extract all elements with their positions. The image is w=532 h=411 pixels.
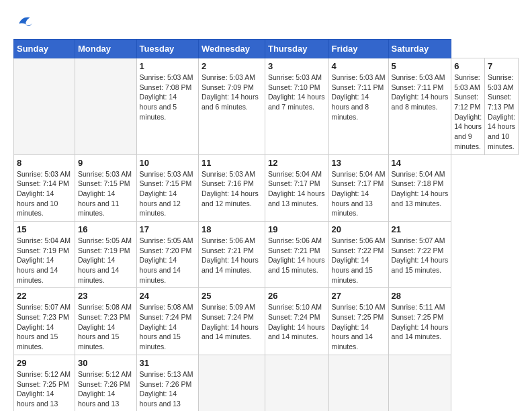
day-number: 29 [17,358,72,368]
day-number: 30 [78,358,134,368]
calendar-day-cell: 10Sunrise: 5:03 AMSunset: 7:15 PMDayligh… [136,154,198,221]
calendar-day-cell: 1Sunrise: 5:03 AMSunset: 7:08 PMDaylight… [136,58,198,155]
day-number: 22 [17,291,72,301]
empty-cell [75,58,136,155]
day-info: Sunrise: 5:09 AMSunset: 7:24 PMDaylight:… [202,302,262,342]
day-number: 9 [78,158,134,168]
day-number: 18 [202,224,262,234]
calendar-day-cell: 22Sunrise: 5:07 AMSunset: 7:23 PMDayligh… [14,288,75,355]
day-number: 31 [140,358,195,368]
calendar-table: SundayMondayTuesdayWednesdayThursdayFrid… [13,39,519,411]
day-number: 4 [332,61,386,71]
day-info: Sunrise: 5:06 AMSunset: 7:21 PMDaylight:… [268,236,326,275]
calendar-day-cell: 17Sunrise: 5:05 AMSunset: 7:20 PMDayligh… [136,221,198,287]
calendar-day-cell [388,355,451,411]
day-number: 24 [140,291,195,301]
calendar-day-cell: 2Sunrise: 5:03 AMSunset: 7:09 PMDaylight… [199,58,265,155]
day-number: 14 [392,158,449,168]
day-number: 23 [78,291,134,301]
day-number: 28 [392,291,449,301]
day-info: Sunrise: 5:12 AMSunset: 7:26 PMDaylight:… [78,369,134,411]
day-number: 5 [392,61,449,71]
empty-cell [14,58,75,155]
day-number: 25 [202,291,262,301]
calendar-day-cell: 30Sunrise: 5:12 AMSunset: 7:26 PMDayligh… [75,355,136,411]
day-info: Sunrise: 5:06 AMSunset: 7:21 PMDaylight:… [202,236,262,275]
calendar-day-cell: 11Sunrise: 5:03 AMSunset: 7:16 PMDayligh… [199,154,265,221]
column-header-thursday: Thursday [265,40,328,58]
column-header-saturday: Saturday [388,40,451,58]
calendar-day-cell: 26Sunrise: 5:10 AMSunset: 7:24 PMDayligh… [265,288,328,355]
calendar-day-cell: 4Sunrise: 5:03 AMSunset: 7:11 PMDaylight… [328,58,388,155]
day-number: 19 [268,224,326,234]
day-number: 27 [332,291,386,301]
column-header-monday: Monday [75,40,136,58]
calendar-day-cell: 18Sunrise: 5:06 AMSunset: 7:21 PMDayligh… [199,221,265,287]
day-info: Sunrise: 5:03 AMSunset: 7:15 PMDaylight:… [140,169,195,218]
day-number: 1 [140,61,195,71]
day-info: Sunrise: 5:10 AMSunset: 7:24 PMDaylight:… [268,302,326,342]
day-info: Sunrise: 5:05 AMSunset: 7:19 PMDaylight:… [78,236,134,285]
calendar-day-cell: 29Sunrise: 5:12 AMSunset: 7:25 PMDayligh… [14,355,75,411]
logo [13,13,35,34]
day-info: Sunrise: 5:04 AMSunset: 7:18 PMDaylight:… [392,169,449,209]
calendar-day-cell: 3Sunrise: 5:03 AMSunset: 7:10 PMDaylight… [265,58,328,155]
calendar-day-cell: 8Sunrise: 5:03 AMSunset: 7:14 PMDaylight… [14,154,75,221]
day-number: 20 [332,224,386,234]
day-info: Sunrise: 5:04 AMSunset: 7:19 PMDaylight:… [17,236,72,285]
day-info: Sunrise: 5:10 AMSunset: 7:25 PMDaylight:… [332,302,386,351]
day-info: Sunrise: 5:03 AMSunset: 7:14 PMDaylight:… [17,169,72,218]
day-info: Sunrise: 5:08 AMSunset: 7:23 PMDaylight:… [78,302,134,351]
day-info: Sunrise: 5:03 AMSunset: 7:16 PMDaylight:… [202,169,262,209]
calendar-day-cell: 14Sunrise: 5:04 AMSunset: 7:18 PMDayligh… [388,154,451,221]
day-info: Sunrise: 5:05 AMSunset: 7:20 PMDaylight:… [140,236,195,285]
day-number: 6 [454,61,482,71]
calendar-day-cell [199,355,265,411]
day-number: 15 [17,224,72,234]
day-number: 21 [392,224,449,234]
calendar-day-cell: 5Sunrise: 5:03 AMSunset: 7:11 PMDaylight… [388,58,451,155]
day-number: 10 [140,158,195,168]
day-info: Sunrise: 5:07 AMSunset: 7:22 PMDaylight:… [392,236,449,275]
day-info: Sunrise: 5:03 AMSunset: 7:15 PMDaylight:… [78,169,134,218]
day-info: Sunrise: 5:08 AMSunset: 7:24 PMDaylight:… [140,302,195,351]
calendar-day-cell: 12Sunrise: 5:04 AMSunset: 7:17 PMDayligh… [265,154,328,221]
day-number: 7 [488,61,515,71]
day-info: Sunrise: 5:03 AMSunset: 7:09 PMDaylight:… [202,73,262,112]
day-number: 3 [268,61,326,71]
day-info: Sunrise: 5:03 AMSunset: 7:10 PMDaylight:… [268,73,326,112]
calendar-day-cell: 6Sunrise: 5:03 AMSunset: 7:12 PMDaylight… [451,58,485,155]
column-header-friday: Friday [328,40,388,58]
day-number: 17 [140,224,195,234]
calendar-day-cell: 20Sunrise: 5:06 AMSunset: 7:22 PMDayligh… [328,221,388,287]
column-header-sunday: Sunday [14,40,75,58]
day-info: Sunrise: 5:03 AMSunset: 7:11 PMDaylight:… [332,73,386,122]
day-info: Sunrise: 5:12 AMSunset: 7:25 PMDaylight:… [17,369,72,411]
day-info: Sunrise: 5:06 AMSunset: 7:22 PMDaylight:… [332,236,386,285]
day-info: Sunrise: 5:13 AMSunset: 7:26 PMDaylight:… [140,369,195,411]
calendar-day-cell: 7Sunrise: 5:03 AMSunset: 7:13 PMDaylight… [485,58,519,155]
calendar-day-cell: 19Sunrise: 5:06 AMSunset: 7:21 PMDayligh… [265,221,328,287]
day-info: Sunrise: 5:04 AMSunset: 7:17 PMDaylight:… [332,169,386,218]
day-info: Sunrise: 5:03 AMSunset: 7:11 PMDaylight:… [392,73,449,112]
day-number: 16 [78,224,134,234]
day-info: Sunrise: 5:11 AMSunset: 7:25 PMDaylight:… [392,302,449,342]
column-header-tuesday: Tuesday [136,40,198,58]
calendar-day-cell: 21Sunrise: 5:07 AMSunset: 7:22 PMDayligh… [388,221,451,287]
day-info: Sunrise: 5:03 AMSunset: 7:08 PMDaylight:… [140,73,195,122]
calendar-day-cell: 15Sunrise: 5:04 AMSunset: 7:19 PMDayligh… [14,221,75,287]
calendar-day-cell [265,355,328,411]
calendar-day-cell: 27Sunrise: 5:10 AMSunset: 7:25 PMDayligh… [328,288,388,355]
calendar-day-cell: 13Sunrise: 5:04 AMSunset: 7:17 PMDayligh… [328,154,388,221]
day-info: Sunrise: 5:07 AMSunset: 7:23 PMDaylight:… [17,302,72,351]
day-number: 2 [202,61,262,71]
calendar-day-cell: 23Sunrise: 5:08 AMSunset: 7:23 PMDayligh… [75,288,136,355]
day-number: 11 [202,158,262,168]
calendar-day-cell [328,355,388,411]
day-info: Sunrise: 5:03 AMSunset: 7:13 PMDaylight:… [488,73,515,152]
calendar-day-cell: 31Sunrise: 5:13 AMSunset: 7:26 PMDayligh… [136,355,198,411]
calendar-day-cell: 16Sunrise: 5:05 AMSunset: 7:19 PMDayligh… [75,221,136,287]
logo-bird-icon [15,13,35,34]
day-info: Sunrise: 5:03 AMSunset: 7:12 PMDaylight:… [454,73,482,152]
day-number: 12 [268,158,326,168]
